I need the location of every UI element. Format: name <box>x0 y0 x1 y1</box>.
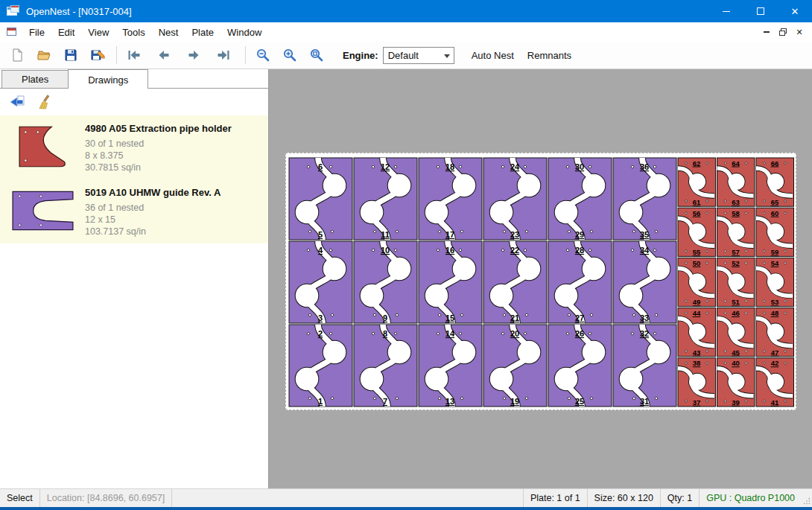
nest-canvas[interactable]: 6 5 12 11 18 17 24 23 <box>269 69 812 488</box>
save-button[interactable] <box>60 44 82 66</box>
drawing-size: 12 x 15 <box>85 214 221 226</box>
engine-label: Engine: <box>343 50 378 61</box>
status-gpu: GPU : Quadro P1000 <box>699 489 802 507</box>
svg-text:49: 49 <box>693 298 701 306</box>
send-to-plate-button[interactable] <box>6 92 28 112</box>
save-as-button[interactable] <box>86 44 109 66</box>
svg-text:32: 32 <box>640 329 649 338</box>
status-size: Size: 60 x 120 <box>587 489 660 507</box>
svg-text:2: 2 <box>318 329 323 338</box>
svg-text:48: 48 <box>771 309 779 317</box>
status-spacer <box>172 489 523 507</box>
svg-text:37: 37 <box>693 398 701 407</box>
previous-plate-button[interactable] <box>153 44 175 66</box>
svg-text:55: 55 <box>693 248 701 256</box>
menu-bar: File Edit View Tools Nest Plate Window ✕ <box>0 22 812 42</box>
first-icon <box>127 48 142 63</box>
svg-text:19: 19 <box>510 397 519 406</box>
svg-text:7: 7 <box>383 397 387 406</box>
chevron-down-icon <box>444 54 450 58</box>
app-icon <box>7 5 20 17</box>
svg-text:30: 30 <box>575 162 584 171</box>
engine-combobox[interactable]: Default <box>383 47 454 64</box>
mdi-document-icon[interactable] <box>6 27 18 37</box>
maximize-button[interactable] <box>743 0 778 22</box>
drawing-list-item-1[interactable]: 4980 A05 Extraction pipe holder 30 of 1 … <box>0 115 268 179</box>
last-plate-button[interactable] <box>212 44 235 66</box>
svg-text:25: 25 <box>575 397 584 406</box>
minimize-icon <box>723 11 730 12</box>
drawing-size: 8 x 8.375 <box>85 150 232 162</box>
mdi-minimize-button[interactable] <box>758 25 775 39</box>
mdi-close-button[interactable]: ✕ <box>791 25 808 39</box>
new-button[interactable] <box>6 44 28 66</box>
tab-plates[interactable]: Plates <box>1 70 69 88</box>
svg-text:60: 60 <box>771 209 779 217</box>
svg-text:65: 65 <box>771 198 779 206</box>
svg-text:22: 22 <box>510 246 519 255</box>
svg-text:15: 15 <box>445 313 454 322</box>
minimize-button[interactable] <box>709 0 743 22</box>
drawing-list-item-2[interactable]: 5019 A10 UHMW guide Rev. A 36 of 1 neste… <box>0 179 268 243</box>
mdi-restore-button[interactable] <box>775 25 791 39</box>
previous-icon <box>156 48 171 63</box>
auto-nest-button[interactable]: Auto Nest <box>465 45 521 66</box>
zoom-out-button[interactable] <box>252 44 274 66</box>
new-icon <box>10 48 25 63</box>
svg-text:1: 1 <box>318 397 323 406</box>
left-panel: Plates Drawings <box>0 69 269 488</box>
menu-item-window[interactable]: Window <box>221 24 268 41</box>
mdi-restore-icon <box>778 28 787 36</box>
menu-item-tools[interactable]: Tools <box>115 24 151 41</box>
svg-text:21: 21 <box>510 313 519 322</box>
svg-text:35: 35 <box>640 230 649 239</box>
engine-value: Default <box>388 50 419 61</box>
svg-text:18: 18 <box>445 162 454 171</box>
svg-text:44: 44 <box>693 309 701 317</box>
svg-text:34: 34 <box>640 246 650 255</box>
svg-text:26: 26 <box>575 329 584 338</box>
resize-grip[interactable] <box>802 489 812 507</box>
menu-item-plate[interactable]: Plate <box>185 24 221 41</box>
svg-text:23: 23 <box>510 230 519 239</box>
menu-item-nest[interactable]: Nest <box>152 24 185 41</box>
zoom-fit-button[interactable] <box>305 44 328 66</box>
open-folder-icon <box>37 48 51 63</box>
status-location: Location: [84.8696, 60.6957] <box>40 489 172 507</box>
menu-item-file[interactable]: File <box>22 24 51 41</box>
remnants-button[interactable]: Remnants <box>521 45 578 66</box>
menu-item-edit[interactable]: Edit <box>51 24 81 41</box>
svg-text:27: 27 <box>575 313 584 322</box>
svg-text:12: 12 <box>381 162 390 171</box>
drawing-nested-count: 36 of 1 nested <box>85 202 221 214</box>
zoom-fit-icon <box>309 48 324 63</box>
zoom-in-button[interactable] <box>279 44 301 66</box>
svg-text:41: 41 <box>771 398 779 407</box>
svg-text:9: 9 <box>383 313 387 322</box>
first-plate-button[interactable] <box>123 44 145 66</box>
close-button[interactable]: ✕ <box>778 0 812 22</box>
menu-item-view[interactable]: View <box>81 24 115 41</box>
svg-text:4: 4 <box>318 246 323 255</box>
svg-text:28: 28 <box>575 246 584 255</box>
main-area: Plates Drawings <box>0 69 812 488</box>
open-button[interactable] <box>33 44 55 66</box>
status-qty: Qty: 1 <box>660 489 699 507</box>
mdi-minimize-icon <box>764 31 770 33</box>
next-plate-button[interactable] <box>183 44 205 66</box>
status-bar: Select Location: [84.8696, 60.6957] Plat… <box>0 488 812 507</box>
zoom-out-icon <box>256 48 270 63</box>
svg-text:40: 40 <box>732 359 740 367</box>
svg-text:59: 59 <box>771 248 779 256</box>
window-border <box>0 507 812 510</box>
clear-button[interactable] <box>33 92 55 112</box>
drawings-toolbar <box>0 89 268 115</box>
svg-text:14: 14 <box>445 329 455 338</box>
last-icon <box>216 48 231 63</box>
save-as-icon <box>90 48 105 63</box>
tab-drawings[interactable]: Drawings <box>68 69 148 89</box>
svg-text:46: 46 <box>732 309 740 317</box>
svg-text:53: 53 <box>771 298 779 306</box>
nest-plate-svg[interactable]: 6 5 12 11 18 17 24 23 <box>286 153 796 409</box>
plate[interactable]: 6 5 12 11 18 17 24 23 <box>285 153 796 410</box>
